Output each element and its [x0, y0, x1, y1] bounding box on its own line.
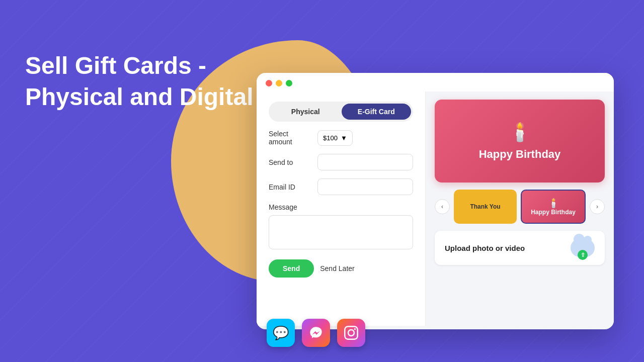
- tab-physical[interactable]: Physical: [271, 104, 341, 120]
- tab-switcher: Physical E-Gift Card: [269, 102, 413, 122]
- hero-title-line2: Physical and Digital: [25, 83, 253, 110]
- message-section: Message: [269, 203, 413, 251]
- upload-area[interactable]: Upload photo or video ⇧: [435, 231, 605, 265]
- candle-thumb-icon: 🕯️: [548, 198, 559, 209]
- send-to-row: Send to: [269, 154, 413, 170]
- messenger-icon[interactable]: [302, 319, 330, 347]
- action-row: Send Send Later: [269, 259, 413, 278]
- social-icons: 💬: [267, 319, 365, 347]
- upload-arrow-icon: ⇧: [578, 250, 588, 260]
- window-maximize-dot[interactable]: [286, 80, 292, 86]
- window-close-dot[interactable]: [266, 80, 272, 86]
- hero-section: Sell Gift Cards - Physical and Digital: [25, 50, 253, 113]
- send-later-button[interactable]: Send Later: [320, 264, 355, 273]
- window-body: Physical E-Gift Card Select amount $100 …: [257, 92, 614, 326]
- right-panel: 🕯️ Happy Birthday ‹ Thank You 🕯️ Happy B…: [426, 92, 614, 326]
- tab-egiftcard[interactable]: E-Gift Card: [342, 104, 412, 120]
- carousel-prev-button[interactable]: ‹: [435, 199, 450, 214]
- send-to-input[interactable]: [317, 154, 413, 170]
- hero-title-line1: Sell Gift Cards -: [25, 52, 206, 79]
- email-label: Email ID: [269, 183, 311, 191]
- thank-you-label: Thank You: [470, 203, 500, 210]
- card-carousel: ‹ Thank You 🕯️ Happy Birthday ›: [435, 190, 605, 224]
- email-input[interactable]: [317, 178, 413, 195]
- gift-card-preview: 🕯️ Happy Birthday: [435, 100, 605, 183]
- amount-label: Select amount: [269, 130, 311, 146]
- amount-select[interactable]: $100 ▼: [317, 130, 353, 146]
- app-window: Physical E-Gift Card Select amount $100 …: [257, 73, 614, 329]
- candle-icon: 🕯️: [509, 122, 531, 143]
- amount-value: $100: [323, 134, 338, 142]
- upload-icon-wrapper: ⇧: [571, 239, 595, 257]
- window-minimize-dot[interactable]: [276, 80, 282, 86]
- chevron-down-icon: ▼: [341, 134, 347, 142]
- carousel-items: Thank You 🕯️ Happy Birthday: [454, 190, 586, 224]
- send-button[interactable]: Send: [269, 259, 314, 278]
- happy-birthday-thumb-label: Happy Birthday: [531, 209, 576, 216]
- upload-label: Upload photo or video: [445, 244, 525, 252]
- email-row: Email ID: [269, 178, 413, 195]
- message-label: Message: [269, 203, 413, 211]
- message-textarea[interactable]: [269, 215, 413, 249]
- chat-icon[interactable]: 💬: [267, 319, 295, 347]
- left-panel: Physical E-Gift Card Select amount $100 …: [257, 92, 426, 326]
- card-thumb-happy-birthday[interactable]: 🕯️ Happy Birthday: [521, 190, 586, 224]
- amount-row: Select amount $100 ▼: [269, 130, 413, 146]
- send-to-label: Send to: [269, 158, 311, 166]
- card-thumb-thank-you[interactable]: Thank You: [454, 190, 517, 224]
- carousel-next-button[interactable]: ›: [590, 199, 605, 214]
- instagram-icon[interactable]: [337, 319, 365, 347]
- gift-card-title: Happy Birthday: [479, 148, 561, 161]
- title-bar: [257, 73, 614, 92]
